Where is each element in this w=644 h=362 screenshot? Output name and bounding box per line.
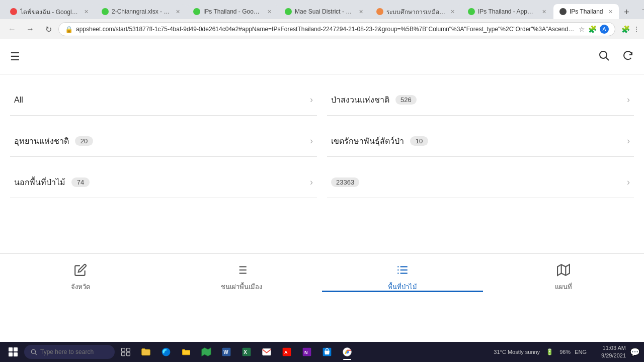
taskbar-excel[interactable]: X bbox=[237, 343, 256, 361]
wildlife-reserve-label: เขตรักษาพันธุ์สัตว์ป่า bbox=[331, 135, 404, 147]
lang-text: ENG bbox=[575, 349, 587, 355]
tab-favicon-appsheet bbox=[468, 8, 475, 15]
tab-maesuai[interactable]: Mae Suai District - Go... ✕ bbox=[279, 4, 369, 19]
taskbar-file-explorer[interactable] bbox=[137, 343, 155, 361]
tab-appsheet[interactable]: IPs Thailand - AppShe... ✕ bbox=[462, 4, 552, 19]
app-header: ☰ bbox=[0, 39, 644, 74]
tab-label-thai-system: ระบบศึกษาการเหมือน... bbox=[386, 7, 445, 17]
nav-item-forest-area[interactable]: พื้นที่ป่าไม้ bbox=[322, 259, 483, 292]
app-container: ☰ bbox=[0, 39, 644, 298]
notifications-button[interactable]: 💬 bbox=[630, 347, 640, 357]
nav-active-indicator bbox=[322, 291, 483, 292]
svg-text:X: X bbox=[244, 349, 247, 355]
hamburger-icon[interactable]: ☰ bbox=[10, 50, 20, 63]
start-button[interactable] bbox=[4, 343, 22, 361]
grid-item-national-park[interactable]: อุทยานแห่งชาติ 20 › bbox=[10, 126, 317, 157]
tab-favicon-maesuai bbox=[285, 8, 292, 15]
svg-rect-13 bbox=[397, 273, 398, 274]
grid-item-23363[interactable]: 23363 › bbox=[327, 167, 634, 198]
bookmark-star-icon[interactable]: ☆ bbox=[579, 25, 585, 33]
grid-item-wildlife-reserve[interactable]: เขตรักษาพันธุ์สัตว์ป่า 10 › bbox=[327, 126, 634, 157]
bottom-nav: จังหวัด ชนเผ่าพื้นเมือง bbox=[0, 253, 644, 298]
tab-ips-google[interactable]: IPs Thailand - Google ... ✕ bbox=[187, 4, 278, 19]
tab-label-ips-thailand: IPs Thailand bbox=[570, 8, 603, 15]
back-button[interactable]: ← bbox=[4, 21, 20, 37]
nav-item-province[interactable]: จังหวัด bbox=[0, 259, 161, 292]
svg-rect-24 bbox=[127, 348, 130, 352]
forest-list-icon bbox=[396, 263, 409, 280]
new-tab-button[interactable]: + bbox=[620, 5, 634, 19]
tab-excel[interactable]: 2-Chianngrai.xlsx - Go... ✕ bbox=[96, 4, 186, 19]
tab-thai-system[interactable]: ระบบศึกษาการเหมือน... ✕ bbox=[370, 4, 461, 19]
extension-icon[interactable]: 🧩 bbox=[588, 25, 597, 33]
tab-close-appsheet[interactable]: ✕ bbox=[542, 9, 546, 15]
system-tray: 31°C Mostly sunny 🔋 96% ENG 11:03 AM 9/2… bbox=[494, 344, 640, 360]
window-controls: — □ ✕ bbox=[634, 0, 645, 19]
grid-item-outside-forest-left: นอกพื้นที่ป่าไม้ 74 bbox=[14, 176, 90, 189]
national-forest-label: ป่าสงวนแห่งชาติ bbox=[331, 94, 389, 106]
tab-close-ips-thailand[interactable]: ✕ bbox=[608, 9, 613, 15]
tab-docs[interactable]: ไดฟ์ของฉัน - Google ... ✕ bbox=[4, 4, 95, 19]
battery-icon: 🔋 bbox=[546, 348, 553, 355]
badge-23363: 23363 bbox=[331, 177, 359, 187]
outside-forest-label: นอกพื้นที่ป่าไม้ bbox=[14, 176, 65, 189]
taskbar-search-input[interactable] bbox=[40, 348, 106, 355]
search-icon[interactable] bbox=[598, 49, 610, 64]
nav-label-map: แผนที่ bbox=[555, 282, 572, 292]
minimize-button[interactable]: — bbox=[634, 0, 645, 19]
extensions-button[interactable]: 🧩 bbox=[621, 25, 630, 33]
grid-item-23363-left: 23363 bbox=[331, 177, 359, 187]
task-view-button[interactable] bbox=[117, 343, 135, 361]
refresh-icon[interactable] bbox=[622, 49, 634, 64]
tab-favicon-ips-google bbox=[193, 8, 200, 15]
map-icon bbox=[557, 263, 570, 280]
taskbar-gmail[interactable] bbox=[258, 343, 276, 361]
taskbar-edge[interactable] bbox=[157, 343, 175, 361]
tab-close-thai-system[interactable]: ✕ bbox=[450, 9, 455, 15]
all-chevron: › bbox=[310, 95, 313, 105]
tab-ips-thailand[interactable]: IPs Thailand ✕ bbox=[553, 4, 619, 19]
national-forest-badge: 526 bbox=[395, 95, 417, 105]
battery-percent: 96% bbox=[559, 349, 571, 355]
taskbar-acrobat[interactable]: A bbox=[278, 343, 296, 361]
taskbar-store[interactable] bbox=[318, 343, 336, 361]
nav-item-map[interactable]: แผนที่ bbox=[483, 259, 644, 292]
svg-text:W: W bbox=[223, 349, 228, 355]
taskbar-chrome[interactable] bbox=[338, 343, 356, 361]
url-text: appsheet.com/start/531877ff-1c75-4baf-9d… bbox=[76, 26, 575, 33]
grid-item-all[interactable]: All › bbox=[10, 84, 317, 116]
nav-item-community[interactable]: ชนเผ่าพื้นเมือง bbox=[161, 259, 322, 292]
forward-button[interactable]: → bbox=[22, 21, 38, 37]
taskbar-word[interactable]: W bbox=[217, 343, 235, 361]
browser-right-icons: 🧩 ⋮ bbox=[621, 25, 640, 33]
browser-menu-button[interactable]: ⋮ bbox=[633, 25, 640, 33]
taskbar-folder[interactable] bbox=[177, 343, 195, 361]
address-bar[interactable]: 🔒 appsheet.com/start/531877ff-1c75-4baf-… bbox=[58, 22, 615, 36]
edit-icon bbox=[74, 263, 87, 280]
full-wrapper: ไดฟ์ของฉัน - Google ... ✕ 2-Chianngrai.x… bbox=[0, 0, 644, 362]
tab-close-maesuai[interactable]: ✕ bbox=[359, 9, 363, 15]
svg-point-0 bbox=[600, 51, 607, 58]
taskbar-maps[interactable] bbox=[197, 343, 215, 361]
tab-favicon-ips-thailand bbox=[559, 8, 567, 15]
taskbar-clock: 11:03 AM 9/29/2021 bbox=[591, 344, 626, 360]
wildlife-reserve-chevron: › bbox=[627, 136, 630, 146]
grid-item-all-left: All bbox=[14, 96, 23, 105]
svg-rect-33 bbox=[263, 348, 271, 355]
svg-text:N: N bbox=[304, 350, 308, 355]
grid-item-national-forest-left: ป่าสงวนแห่งชาติ 526 bbox=[331, 94, 417, 106]
svg-rect-19 bbox=[9, 352, 13, 356]
date-display: 9/29/2021 bbox=[591, 352, 626, 359]
taskbar-search[interactable] bbox=[24, 345, 115, 359]
grid-item-outside-forest[interactable]: นอกพื้นที่ป่าไม้ 74 › bbox=[10, 167, 317, 198]
taskbar-onenote[interactable]: N bbox=[298, 343, 316, 361]
profile-icon[interactable]: A bbox=[600, 25, 609, 34]
tab-close-ips-google[interactable]: ✕ bbox=[267, 9, 272, 15]
grid-item-national-forest[interactable]: ป่าสงวนแห่งชาติ 526 › bbox=[327, 84, 634, 116]
tab-label-excel: 2-Chianngrai.xlsx - Go... bbox=[112, 8, 171, 15]
svg-rect-17 bbox=[9, 347, 13, 351]
tab-close-docs[interactable]: ✕ bbox=[84, 9, 89, 15]
tab-close-excel[interactable]: ✕ bbox=[176, 9, 180, 15]
reload-button[interactable]: ↻ bbox=[40, 21, 56, 37]
nav-label-province: จังหวัด bbox=[71, 282, 90, 292]
